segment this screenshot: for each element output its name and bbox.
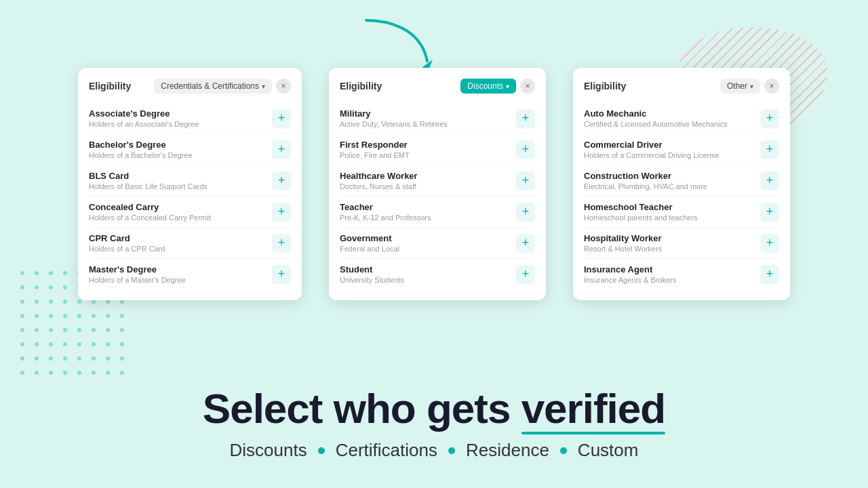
card-title-middle: Eligibility [340,81,382,92]
item-desc: Resort & Hotel Workers [584,245,662,253]
item-name: Bachelor's Degree [89,140,193,150]
headline-text-underlined: verified [521,386,666,432]
list-item: Hospitality Worker Resort & Hotel Worker… [584,228,779,259]
card-header-middle: Eligibility Discounts ▾ × [340,79,535,94]
close-button-left[interactable]: × [276,79,291,94]
add-button-4[interactable]: + [272,234,291,253]
list-item: Commercial Driver Holders of a Commercia… [584,134,779,165]
add-button-1[interactable]: + [516,140,535,159]
add-button-0[interactable]: + [516,109,535,128]
item-desc: Homeschool parents and teachers [584,214,698,222]
close-button-right[interactable]: × [764,79,779,94]
item-name: Hospitality Worker [584,233,662,243]
card-badge-left[interactable]: Credentials & Certifications ▾ [154,79,272,94]
headline: Select who gets verified [0,386,868,432]
add-button-2[interactable]: + [516,171,535,190]
subline-item-discounts: Discounts [230,440,307,461]
item-name: First Responder [340,140,410,150]
item-desc: Holders of a Master's Degree [89,276,186,284]
subline-item-residence: Residence [466,440,549,461]
item-name: Associate's Degree [89,108,199,119]
card-credentials: Eligibility Credentials & Certifications… [78,68,302,300]
add-button-3[interactable]: + [272,203,291,222]
items-list-left: Associate's Degree Holders of an Associa… [89,103,291,289]
item-desc: Holders of a Bachelor's Degree [89,151,193,159]
item-desc: Federal and Local [340,245,399,253]
chevron-down-icon-middle: ▾ [506,83,509,90]
item-name: BLS Card [89,171,208,181]
add-button-2[interactable]: + [272,171,291,190]
item-text-3: Concealed Carry Holders of a Concealed C… [89,202,211,222]
item-desc: Insurance Agents & Brokers [584,276,676,284]
add-button-5[interactable]: + [516,265,535,284]
item-text-2: Healthcare Worker Doctors, Nurses & staf… [340,171,418,190]
list-item: Bachelor's Degree Holders of a Bachelor'… [89,134,291,165]
item-desc: Certified & Licensed Automotive Mechanic… [584,120,728,128]
item-desc: Police, Fire and EMT [340,151,410,159]
card-discounts: Eligibility Discounts ▾ × Military Activ… [329,68,546,300]
item-text-1: Bachelor's Degree Holders of a Bachelor'… [89,140,193,159]
chevron-down-icon: ▾ [262,83,265,90]
list-item: CPR Card Holders of a CPR Card + [89,228,291,259]
item-text-5: Master's Degree Holders of a Master's De… [89,264,186,284]
item-text-2: Construction Worker Electrical, Plumbing… [584,171,707,190]
card-title-right: Eligibility [584,81,626,92]
list-item: Government Federal and Local + [340,228,535,259]
headline-text-before: Select who gets [203,385,521,432]
subline-item-custom: Custom [578,440,639,461]
list-item: First Responder Police, Fire and EMT + [340,134,535,165]
add-button-4[interactable]: + [760,234,779,253]
list-item: Military Active Duty, Veterans & Retiree… [340,103,535,134]
add-button-0[interactable]: + [760,109,779,128]
item-name: Homeschool Teacher [584,202,698,212]
separator-dot [560,447,567,454]
item-text-0: Military Active Duty, Veterans & Retiree… [340,108,448,128]
item-text-0: Auto Mechanic Certified & Licensed Autom… [584,108,728,128]
add-button-5[interactable]: + [272,265,291,284]
item-desc: Doctors, Nurses & staff [340,182,418,190]
add-button-2[interactable]: + [760,171,779,190]
item-text-3: Homeschool Teacher Homeschool parents an… [584,202,698,222]
items-list-middle: Military Active Duty, Veterans & Retiree… [340,103,535,289]
add-button-4[interactable]: + [516,234,535,253]
subline-item-certifications: Certifications [336,440,437,461]
chevron-down-icon-right: ▾ [750,83,753,90]
card-title-left: Eligibility [89,81,131,92]
item-text-4: Hospitality Worker Resort & Hotel Worker… [584,233,662,253]
list-item: Master's Degree Holders of a Master's De… [89,259,291,289]
card-badge-middle[interactable]: Discounts ▾ [460,79,516,94]
add-button-5[interactable]: + [760,265,779,284]
item-text-5: Insurance Agent Insurance Agents & Broke… [584,264,676,284]
bottom-section: Select who gets verified DiscountsCertif… [0,386,868,461]
item-text-2: BLS Card Holders of Basic Life Support C… [89,171,208,190]
separator-dot [448,447,455,454]
item-text-1: First Responder Police, Fire and EMT [340,140,410,159]
list-item: Insurance Agent Insurance Agents & Broke… [584,259,779,289]
add-button-1[interactable]: + [272,140,291,159]
item-name: Government [340,233,399,243]
list-item: Associate's Degree Holders of an Associa… [89,103,291,134]
add-button-0[interactable]: + [272,109,291,128]
item-desc: Pre-K, K-12 and Professors [340,214,431,222]
list-item: Concealed Carry Holders of a Concealed C… [89,197,291,228]
list-item: Student University Students + [340,259,535,289]
item-desc: Holders of an Associate's Degree [89,120,199,128]
item-name: Auto Mechanic [584,108,728,119]
items-list-right: Auto Mechanic Certified & Licensed Autom… [584,103,779,289]
item-name: Healthcare Worker [340,171,418,181]
item-desc: Holders of a Commercial Driving License [584,151,719,159]
item-desc: Holders of Basic Life Support Cards [89,182,208,190]
item-desc: Holders of a Concealed Carry Permit [89,214,211,222]
card-other: Eligibility Other ▾ × Auto Mechanic Cert… [573,68,790,300]
item-desc: Electrical, Plumbing, HVAC and more [584,182,707,190]
item-text-4: Government Federal and Local [340,233,399,253]
add-button-3[interactable]: + [760,203,779,222]
list-item: Homeschool Teacher Homeschool parents an… [584,197,779,228]
add-button-1[interactable]: + [760,140,779,159]
card-badge-right[interactable]: Other ▾ [720,79,760,94]
subline: DiscountsCertificationsResidenceCustom [0,440,868,461]
close-button-middle[interactable]: × [520,79,535,94]
item-name: Teacher [340,202,431,212]
list-item: Healthcare Worker Doctors, Nurses & staf… [340,165,535,197]
add-button-3[interactable]: + [516,203,535,222]
